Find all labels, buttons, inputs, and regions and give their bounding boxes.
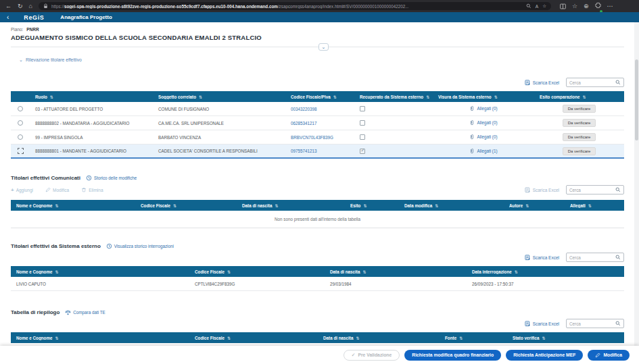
- column-header-codice-fiscale[interactable]: Codice Fiscale: [189, 336, 318, 340]
- column-header-soggetto[interactable]: Soggetto correlato: [153, 95, 285, 99]
- cell-ruolo: 8888888802 - MANDATARIA - AGGIUDICATARIO: [30, 121, 153, 126]
- check-icon: ✓: [352, 353, 356, 358]
- column-header-recuperato[interactable]: Recuperato da Sistema esterno: [354, 95, 433, 99]
- table-sistema-esterno: Nome e Cognome Codice Fiscale Data di na…: [11, 266, 624, 291]
- scrollbar-thumb[interactable]: [635, 59, 638, 140]
- allegati-link[interactable]: Allegati (0): [469, 134, 497, 140]
- cell-data-interrogazione: 26/09/2023 - 17:50:37: [467, 282, 624, 286]
- storico-modifiche-link[interactable]: Storico delle modifiche: [86, 175, 137, 181]
- search-box[interactable]: [566, 78, 624, 87]
- browser-home-icon[interactable]: ⌂: [29, 0, 32, 12]
- app-back-button[interactable]: ‹: [7, 12, 9, 22]
- pencil-icon: [595, 353, 600, 358]
- column-header-autore[interactable]: Autore: [504, 203, 565, 208]
- download-excel-button[interactable]: Scarica Excel: [525, 255, 559, 261]
- row-radio[interactable]: [18, 106, 23, 111]
- browser-refresh-icon[interactable]: ↻: [18, 0, 23, 12]
- allegati-link[interactable]: Allegati (1): [469, 148, 497, 154]
- download-excel-button-disabled[interactable]: Scarica Excel: [525, 187, 559, 193]
- column-header-data-nascita[interactable]: Data di nascita: [237, 203, 345, 208]
- browser-menu-icon[interactable]: ⋯: [607, 0, 613, 12]
- column-header-codice-fiscale[interactable]: Codice Fiscale: [189, 269, 325, 274]
- table-header-row: Ruolo Soggetto correlato Codice Fiscale/…: [11, 91, 624, 102]
- chevron-down-icon: ⌄: [19, 57, 23, 62]
- column-header-fonte[interactable]: Fonte: [440, 336, 507, 340]
- row-radio[interactable]: [18, 134, 23, 140]
- zoom-page-icon[interactable]: [526, 3, 531, 9]
- column-header-nome[interactable]: Nome e Cognome: [11, 336, 189, 340]
- column-header-allegati[interactable]: Allegati: [565, 203, 624, 208]
- address-bar[interactable]: https://sogei-spa-regis-produzione-s6t92…: [39, 2, 551, 10]
- column-header-codice-fiscale[interactable]: Codice Fiscale/PIva: [285, 95, 354, 99]
- recuperato-checkbox[interactable]: [360, 120, 365, 126]
- plus-icon: +: [11, 187, 14, 193]
- allegati-link[interactable]: Allegati (0): [469, 105, 497, 111]
- search-box[interactable]: [566, 185, 624, 194]
- esito-badge: Da verificare: [563, 105, 596, 113]
- column-header-esito[interactable]: Esito comparazione: [534, 95, 624, 99]
- search-icon[interactable]: [615, 187, 621, 192]
- storico-interrogazioni-link[interactable]: Visualizza storico interrogazioni: [106, 243, 174, 249]
- table-row[interactable]: 99 - IMPRESA SINGOLA BARBATO VINCENZA BR…: [11, 130, 624, 145]
- richiesta-modifica-quadro-button[interactable]: Richiesta modifica quadro finanziario: [404, 350, 501, 361]
- search-icon[interactable]: [615, 321, 621, 326]
- table-row-selected[interactable]: 8888888801 - MANDANTE - AGGIUDICATARIO C…: [11, 145, 624, 159]
- modifica-row-button[interactable]: Modifica: [45, 187, 69, 192]
- paperclip-icon: [469, 105, 475, 111]
- search-input[interactable]: [569, 188, 613, 192]
- table-row[interactable]: LIVIO CAPUTO CPTLVI84C29F839G 29/03/1984…: [11, 277, 624, 291]
- section-title-comunicati: Titolari effettivi Comunicati: [11, 175, 80, 181]
- cell-soggetto: CA.ME.CA. SRL UNIPERSONALE: [153, 121, 285, 126]
- column-header-nome[interactable]: Nome e Cognome: [11, 203, 135, 208]
- column-header-data-modifica[interactable]: Data modifica: [399, 203, 504, 208]
- row-radio[interactable]: [18, 120, 23, 126]
- codice-fiscale-link[interactable]: 06285341217: [291, 121, 317, 126]
- download-excel-button[interactable]: Scarica Excel: [525, 321, 559, 327]
- compara-dati-link[interactable]: Compara dati TE: [65, 309, 105, 315]
- search-box[interactable]: [566, 253, 624, 262]
- modifica-button[interactable]: Modifica: [588, 350, 630, 361]
- codice-fiscale-link[interactable]: 09755741213: [291, 149, 317, 153]
- table-row[interactable]: 8888888802 - MANDATARIA - AGGIUDICATARIO…: [11, 116, 624, 130]
- extensions-icon[interactable]: [595, 0, 601, 12]
- recuperato-checkbox[interactable]: [360, 106, 365, 111]
- split-screen-icon[interactable]: [560, 3, 566, 9]
- section-toggle-rilevazione[interactable]: ⌄Rilevazione titolare effettivo: [11, 57, 82, 62]
- collapse-header-button[interactable]: ⌄: [318, 43, 329, 51]
- allegati-link[interactable]: Allegati (0): [469, 120, 497, 126]
- search-input[interactable]: [569, 321, 613, 326]
- search-input[interactable]: [569, 80, 613, 85]
- excel-icon: [525, 321, 531, 327]
- vertical-scrollbar[interactable]: [634, 22, 639, 346]
- recuperato-checkbox[interactable]: [360, 134, 365, 140]
- browser-back-icon[interactable]: ←: [5, 0, 11, 12]
- table-row[interactable]: 03 - ATTUATORE DEL PROGETTO COMUNE DI FU…: [11, 102, 624, 116]
- pre-validazione-button[interactable]: ✓ Pre Validazione: [344, 350, 400, 361]
- column-header-data-interrogazione[interactable]: Data interrogazione: [467, 269, 624, 274]
- column-header-nome[interactable]: Nome e Cognome: [11, 269, 189, 274]
- column-header-visura[interactable]: Visura da Sistema esterno: [433, 95, 534, 99]
- column-header-data-nascita[interactable]: Data di nascita: [318, 336, 440, 340]
- column-header-stato-verifica[interactable]: Stato verifica: [507, 336, 624, 340]
- favorites-icon[interactable]: ☆: [572, 0, 577, 12]
- collections-icon[interactable]: ⊕: [584, 0, 589, 12]
- search-input[interactable]: [569, 255, 613, 260]
- column-header-esito[interactable]: Esito: [345, 203, 399, 208]
- favorite-page-icon[interactable]: ☆: [542, 3, 546, 9]
- read-aloud-icon[interactable]: A: [536, 4, 538, 9]
- download-excel-button[interactable]: Scarica Excel: [525, 80, 559, 86]
- codice-fiscale-link[interactable]: BRBVCN70L43F839G: [291, 135, 333, 140]
- codice-fiscale-link[interactable]: 00343220398: [291, 107, 317, 111]
- search-icon[interactable]: [615, 80, 621, 85]
- richiesta-anticipazione-mef-button[interactable]: Richiesta Anticipazione MEF: [506, 350, 583, 361]
- elimina-button[interactable]: Elimina: [81, 187, 103, 192]
- row-selected-marker[interactable]: [18, 148, 24, 154]
- aggiungi-button[interactable]: +Aggiungi: [11, 187, 33, 193]
- column-header-ruolo[interactable]: Ruolo: [30, 95, 153, 99]
- search-box[interactable]: [566, 319, 624, 328]
- recuperato-checkbox-checked[interactable]: [360, 149, 365, 154]
- search-icon[interactable]: [615, 255, 621, 260]
- column-header-codice-fiscale[interactable]: Codice Fiscale: [135, 203, 237, 208]
- table-header-row: Nome e Cognome Codice Fiscale Data di na…: [11, 332, 624, 343]
- column-header-data-nascita[interactable]: Data di nascita: [325, 269, 467, 274]
